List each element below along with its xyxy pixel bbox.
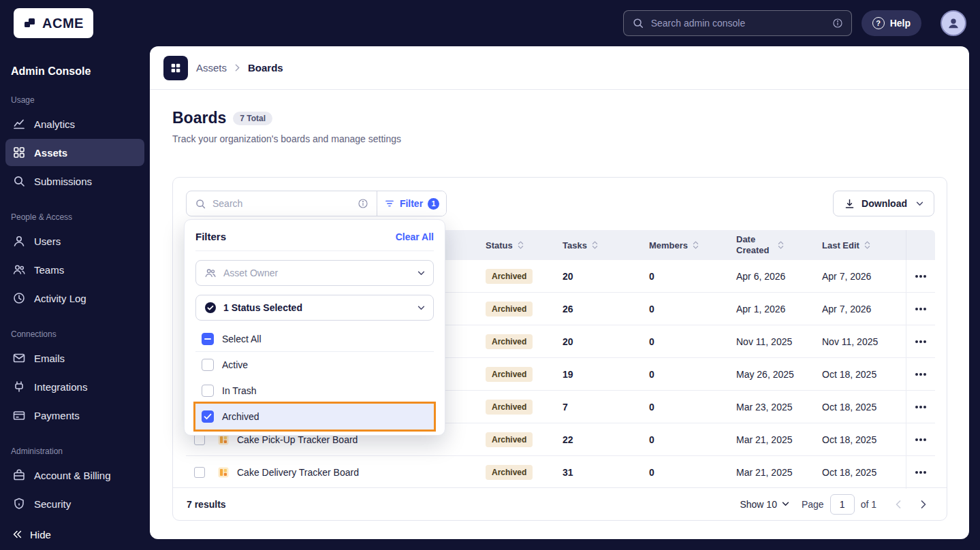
asset-owner-select[interactable]: Asset Owner	[195, 260, 434, 286]
column-header-last-edit[interactable]: Last Edit	[822, 240, 906, 250]
teams-icon	[12, 263, 26, 276]
boards-search-input[interactable]	[212, 198, 351, 209]
download-icon	[844, 198, 855, 210]
main-content: Assets Boards Boards 7 Total Track your …	[150, 46, 969, 539]
sidebar-item-payments[interactable]: Payments	[5, 402, 144, 429]
option-active[interactable]: Active	[195, 352, 434, 378]
filters-dropdown: Filters Clear All Asset Owner 1 Status S…	[184, 219, 445, 436]
sidebar-item-users[interactable]: Users	[5, 227, 144, 255]
row-more-button[interactable]	[906, 325, 935, 358]
column-header-members[interactable]: Members	[649, 240, 736, 250]
filter-button[interactable]: Filter 1	[377, 191, 446, 216]
table-row[interactable]: Cake Delivery Tracker Board Archived 31 …	[186, 456, 935, 489]
row-more-button[interactable]	[906, 456, 935, 489]
previous-page-button[interactable]	[889, 495, 908, 514]
option-select-all[interactable]: Select All	[195, 326, 434, 352]
checkbox-unchecked-icon[interactable]	[202, 359, 214, 371]
column-header-date-created[interactable]: Date Created	[736, 234, 822, 255]
sidebar-item-submissions[interactable]: Submissions	[5, 167, 144, 195]
help-button[interactable]: ? Help	[862, 10, 921, 36]
user-avatar[interactable]	[941, 10, 966, 36]
sort-icon[interactable]	[592, 240, 598, 250]
page-label: Page	[802, 499, 824, 510]
row-more-button[interactable]	[906, 358, 935, 391]
chevron-down-icon	[916, 201, 923, 206]
status-badge: Archived	[486, 400, 533, 415]
page-number-input[interactable]	[830, 494, 855, 515]
row-more-button[interactable]	[906, 260, 935, 293]
sort-icon[interactable]	[518, 240, 524, 250]
emails-icon	[12, 351, 26, 365]
status-select-value: 1 Status Selected	[223, 302, 302, 313]
more-icon	[919, 373, 922, 376]
info-icon[interactable]	[358, 198, 368, 209]
integrations-icon	[12, 380, 26, 393]
more-icon	[919, 340, 922, 343]
help-icon: ?	[872, 17, 885, 29]
option-archived[interactable]: Archived	[195, 404, 434, 430]
hide-sidebar-button[interactable]: Hide	[11, 528, 51, 540]
sort-icon[interactable]	[693, 240, 699, 250]
row-checkbox[interactable]	[194, 467, 205, 478]
submissions-icon	[12, 174, 26, 188]
sidebar-item-activity-log[interactable]: Activity Log	[5, 285, 144, 312]
clear-all-button[interactable]: Clear All	[396, 231, 434, 242]
sidebar-item-emails[interactable]: Emails	[5, 344, 144, 372]
row-more-button[interactable]	[906, 423, 935, 456]
column-header-status[interactable]: Status	[486, 240, 563, 250]
results-count: 7 results	[187, 499, 226, 510]
sidebar-item-analytics[interactable]: Analytics	[5, 110, 144, 138]
row-more-button[interactable]	[906, 293, 935, 325]
sort-icon[interactable]	[778, 240, 784, 250]
sidebar: Admin Console Usage Analytics Assets Sub…	[0, 46, 150, 550]
analytics-icon	[12, 117, 26, 131]
sort-icon[interactable]	[864, 240, 870, 250]
admin-search-input[interactable]	[651, 18, 825, 29]
status-badge: Archived	[486, 302, 533, 317]
grid-icon	[163, 56, 188, 80]
status-badge: Archived	[486, 432, 533, 447]
activity-log-icon	[12, 291, 26, 305]
breadcrumb-separator-icon	[235, 64, 240, 71]
sidebar-item-security[interactable]: Security	[5, 490, 144, 517]
sidebar-item-account-billing[interactable]: Account & Billing	[5, 462, 144, 489]
logo-text: ACME	[42, 16, 84, 31]
checkbox-indeterminate-icon[interactable]	[202, 333, 214, 345]
asset-owner-placeholder: Asset Owner	[223, 268, 278, 278]
chevron-down-icon	[417, 271, 425, 276]
more-icon	[919, 471, 922, 474]
sidebar-item-assets[interactable]: Assets	[5, 139, 144, 166]
boards-search[interactable]	[187, 191, 377, 216]
status-options-list: Select All Active In Trash Archived	[195, 326, 434, 430]
row-more-button[interactable]	[906, 391, 935, 423]
page-header: Boards 7 Total Track your organization's…	[172, 109, 401, 144]
breadcrumb-assets-link[interactable]: Assets	[196, 62, 227, 74]
breadcrumb-current: Boards	[248, 62, 283, 74]
chevron-down-icon	[782, 502, 789, 506]
download-button[interactable]: Download	[833, 191, 934, 216]
info-icon[interactable]	[832, 18, 843, 29]
sidebar-section-connections: Connections	[11, 329, 139, 339]
checkbox-unchecked-icon[interactable]	[202, 385, 214, 397]
checkbox-checked-icon[interactable]	[202, 410, 214, 423]
total-count-badge: 7 Total	[233, 112, 272, 125]
status-select[interactable]: 1 Status Selected	[195, 295, 434, 321]
show-per-page-select[interactable]: Show 10	[740, 499, 789, 510]
next-page-button[interactable]	[914, 495, 933, 514]
sidebar-item-teams[interactable]: Teams	[5, 256, 144, 283]
sidebar-section-people-access: People & Access	[11, 212, 139, 222]
panel-toolbar: Filter 1 Download	[186, 191, 934, 216]
admin-search[interactable]	[623, 10, 852, 36]
more-icon	[919, 438, 922, 441]
sidebar-item-integrations[interactable]: Integrations	[5, 373, 144, 400]
sidebar-section-usage: Usage	[11, 95, 139, 105]
table-footer: 7 results Show 10 Page of 1	[173, 487, 947, 520]
filter-count-badge: 1	[428, 198, 439, 210]
search-icon	[632, 17, 644, 29]
option-in-trash[interactable]: In Trash	[195, 378, 434, 404]
acme-logo[interactable]: ACME	[14, 8, 93, 38]
column-header-tasks[interactable]: Tasks	[563, 240, 649, 250]
row-checkbox[interactable]	[194, 434, 205, 445]
board-icon	[218, 467, 229, 478]
filter-icon	[384, 198, 395, 209]
